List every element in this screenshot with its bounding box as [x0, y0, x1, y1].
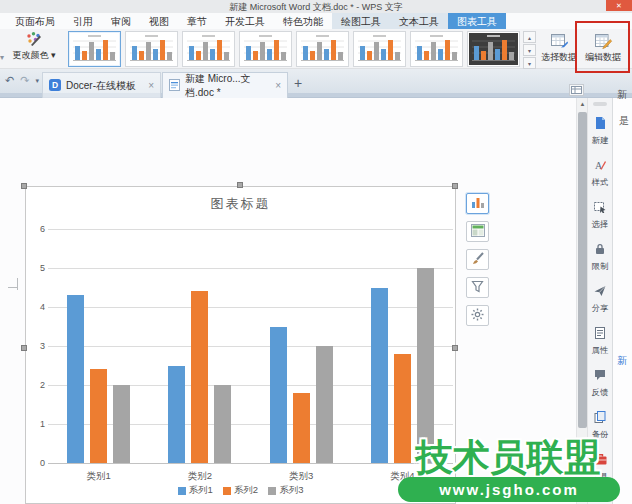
selection-handle-middle-right[interactable] [452, 345, 458, 351]
menu-tab-绘图工具[interactable]: 绘图工具 [332, 13, 390, 29]
tab-close-icon[interactable]: × [148, 80, 154, 91]
chart-style-4[interactable] [239, 31, 292, 67]
scroll-down-icon[interactable]: ▾ [523, 44, 536, 56]
legend-item-系列3[interactable]: 系列3 [268, 484, 303, 497]
docer-icon: D [49, 79, 61, 93]
menu-tab-视图[interactable]: 视图 [140, 13, 178, 29]
chart-style-7[interactable] [410, 31, 463, 67]
page-margin-mark [8, 287, 18, 288]
sidebar-item-新建[interactable]: 新建 [591, 115, 609, 147]
legend-label: 系列3 [279, 484, 303, 497]
legend-item-系列2[interactable]: 系列2 [223, 484, 258, 497]
menu-tab-页面布局[interactable]: 页面布局 [6, 13, 64, 29]
chart-type-button[interactable] [466, 193, 489, 214]
menu-tab-章节[interactable]: 章节 [178, 13, 216, 29]
legend-swatch [223, 487, 231, 495]
chart-layout-button[interactable] [466, 221, 489, 242]
chart-style-1[interactable] [68, 31, 121, 67]
chart-style-gallery [68, 31, 520, 67]
bar-系列3-类别1[interactable] [113, 385, 130, 463]
menu-tab-图表工具[interactable]: 图表工具 [448, 13, 506, 29]
doc-tab-active-document[interactable]: 新建 Micro...文档.doc *× [162, 72, 288, 98]
scroll-up-icon[interactable]: ▴ [523, 31, 536, 43]
chart-filter-icon [471, 279, 484, 297]
bar-系列1-类别3[interactable] [270, 327, 287, 464]
menu-tab-特色功能[interactable]: 特色功能 [274, 13, 332, 29]
bar-系列2-类别1[interactable] [90, 369, 107, 463]
menu-tab-审阅[interactable]: 审阅 [102, 13, 140, 29]
x-axis-category-label: 类别1 [69, 470, 129, 483]
gallery-more-icon[interactable]: ▾ [523, 57, 536, 69]
chart-plot-area: 0123456类别1类别2类别3类别4 [48, 229, 453, 463]
chart-filter-button[interactable] [466, 277, 489, 298]
sidebar-item-选择[interactable]: 选择 [591, 199, 609, 231]
selection-handle-top-middle[interactable] [237, 182, 243, 188]
gridline [48, 346, 453, 347]
share-icon [594, 283, 606, 301]
chart-title[interactable]: 图表标题 [26, 195, 455, 213]
sidebar-item-分享[interactable]: 分享 [591, 283, 609, 315]
sidebar-item-反馈[interactable]: 反馈 [591, 367, 609, 399]
chart-style-5[interactable] [296, 31, 349, 67]
chart-style-6[interactable] [353, 31, 406, 67]
y-axis-tick-label: 6 [30, 224, 45, 234]
chart-legend: 系列1系列2系列3 [26, 484, 455, 497]
watermark-title: 技术员联盟 [392, 433, 624, 483]
selection-handle-top-left[interactable] [21, 183, 27, 189]
chart-style-brush-button[interactable] [466, 249, 489, 270]
ruler-toggle-icon[interactable] [569, 84, 584, 96]
chart-style-3[interactable] [182, 31, 235, 67]
gridline [48, 385, 453, 386]
bar-系列3-类别2[interactable] [214, 385, 231, 463]
gallery-scroll-strip: ▴▾▾ [523, 31, 536, 70]
sidebar-item-属性[interactable]: 属性 [591, 325, 609, 357]
bar-系列1-类别4[interactable] [371, 288, 388, 464]
gridline [48, 268, 453, 269]
window-close-button[interactable]: ✕ [606, 0, 632, 11]
x-axis-category-label: 类别3 [271, 470, 331, 483]
redo-icon[interactable]: ↷ [20, 74, 29, 87]
chart-style-8[interactable] [467, 31, 520, 67]
menu-tab-引用[interactable]: 引用 [64, 13, 102, 29]
menu-tab-文本工具[interactable]: 文本工具 [390, 13, 448, 29]
doc-tab-docer[interactable]: DDocer-在线模板× [42, 72, 161, 98]
title-bar: 新建 Microsoft Word 文档.doc * - WPS 文字 ✕ [0, 0, 632, 13]
sidebar-item-限制[interactable]: 限制 [591, 241, 609, 273]
tab-close-icon[interactable]: × [275, 80, 281, 91]
chart-style-2[interactable] [125, 31, 178, 67]
y-axis-tick-label: 2 [30, 380, 45, 390]
undo-dropdown-icon[interactable]: ▾ [35, 77, 39, 85]
bar-系列2-类别3[interactable] [293, 393, 310, 463]
select-data-icon [550, 41, 569, 51]
bar-系列1-类别1[interactable] [67, 295, 84, 463]
chart-layout-icon [471, 223, 485, 241]
bar-系列2-类别2[interactable] [191, 291, 208, 463]
edit-data-highlight-box [575, 21, 630, 73]
new-document-icon [595, 115, 606, 133]
bar-系列3-类别3[interactable] [316, 346, 333, 463]
legend-swatch [178, 487, 186, 495]
y-axis-tick-label: 5 [30, 263, 45, 273]
sidebar-collapse-handle[interactable] [593, 102, 607, 106]
bar-系列1-类别2[interactable] [168, 366, 185, 464]
new-tab-button[interactable]: + [294, 75, 302, 91]
selection-handle-top-right[interactable] [452, 183, 458, 189]
recolor-icon [26, 38, 42, 48]
sidebar-item-label: 属性 [592, 345, 609, 357]
wps-doc-icon [169, 79, 180, 93]
legend-item-系列1[interactable]: 系列1 [178, 484, 213, 497]
scrollbar-thumb[interactable] [578, 112, 587, 428]
y-axis-tick-label: 3 [30, 341, 45, 351]
change-color-button[interactable]: 更改颜色 ▾ [4, 31, 64, 67]
sidebar-item-样式[interactable]: A样式 [591, 157, 609, 189]
sidebar-item-label: 分享 [592, 303, 609, 315]
chevron-down-icon: ▾ [51, 50, 56, 60]
chart-type-icon [471, 195, 485, 213]
chart-settings-gear-button[interactable] [466, 305, 489, 326]
select-data-button[interactable]: 选择数据 [540, 33, 578, 64]
undo-icon[interactable]: ↶ [5, 74, 14, 87]
backup-icon [594, 409, 606, 427]
menu-tab-开发工具[interactable]: 开发工具 [216, 13, 274, 29]
y-axis-tick-label: 4 [30, 302, 45, 312]
selection-handle-middle-left[interactable] [21, 345, 27, 351]
